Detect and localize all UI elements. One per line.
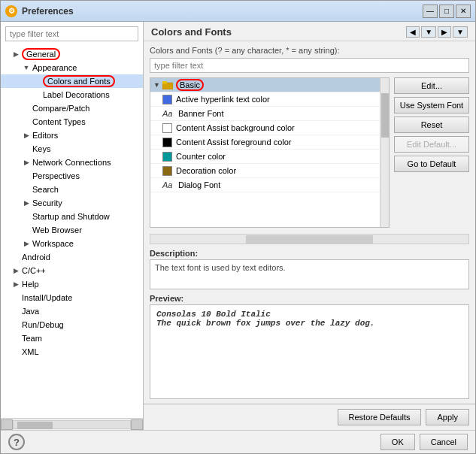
- tree-item-android[interactable]: Android: [1, 250, 143, 264]
- preview-box: Consolas 10 Bold Italic The quick brown …: [150, 304, 469, 399]
- left-filter-input[interactable]: [5, 26, 138, 41]
- expand-icon: [22, 225, 31, 235]
- tree-item-appearance[interactable]: ▼ Appearance: [1, 61, 143, 74]
- tree-item-content-types[interactable]: Content Types: [1, 115, 143, 129]
- list-item-label: Content Assist background color: [176, 123, 295, 132]
- color-swatch-counter: [162, 152, 172, 162]
- spacer: [153, 167, 161, 174]
- list-scrollbar-v[interactable]: [380, 78, 389, 227]
- font-icon: Aa: [162, 109, 176, 118]
- tree-item-network-connections[interactable]: ▶ Network Connections: [1, 156, 143, 169]
- footer: ? OK Cancel: [1, 430, 475, 453]
- right-filter-input[interactable]: [150, 58, 469, 73]
- preview-label: Preview:: [150, 294, 469, 303]
- tree-item-search[interactable]: Search: [1, 183, 143, 196]
- middle-section: ▼ Basic: [150, 77, 469, 228]
- tree-item-colors-fonts[interactable]: Colors and Fonts: [1, 74, 143, 88]
- description-label: Description:: [150, 249, 469, 258]
- help-button[interactable]: ?: [8, 434, 25, 450]
- dropdown-button[interactable]: ▼: [421, 26, 436, 38]
- expand-icon: ▶: [22, 158, 31, 167]
- list-item-label: Dialog Font: [178, 180, 220, 189]
- maximize-button[interactable]: □: [439, 5, 454, 18]
- list-scrollbar-h[interactable]: [150, 234, 469, 244]
- expand-icon: [32, 90, 41, 99]
- spacer: [153, 153, 161, 160]
- spacer: [153, 181, 161, 189]
- spacer: [153, 124, 161, 132]
- list-item-label: Content Assist foreground color: [176, 138, 291, 147]
- list-item-content-assist-bg[interactable]: Content Assist background color: [150, 121, 389, 135]
- forward-button[interactable]: ▶: [438, 26, 451, 38]
- expand-icon: ▶: [11, 266, 20, 275]
- list-item-label: Decoration color: [176, 166, 236, 175]
- tree-item-startup-shutdow[interactable]: Startup and Shutdow: [1, 210, 143, 223]
- expand-icon: [11, 347, 20, 356]
- minimize-button[interactable]: —: [423, 5, 438, 18]
- right-panel: Colors and Fonts ◀ ▼ ▶ ▼ Colors and Font…: [144, 22, 475, 430]
- expand-icon: ▶: [22, 131, 31, 140]
- tree-item-editors[interactable]: ▶ Editors: [1, 129, 143, 142]
- expand-icon: [22, 212, 31, 221]
- main-content: ▶ General ▼ Appearance Colors and Fonts …: [1, 22, 475, 430]
- ok-button[interactable]: OK: [380, 434, 415, 450]
- tree-item-run-debug[interactable]: Run/Debug: [1, 318, 143, 331]
- left-scrollbar[interactable]: [1, 418, 143, 430]
- tree-item-general[interactable]: ▶ General: [1, 47, 143, 61]
- list-item-hyperlink[interactable]: Active hyperlink text color: [150, 92, 389, 107]
- tree-view: ▶ General ▼ Appearance Colors and Fonts …: [1, 46, 143, 418]
- expand-icon: ▶: [22, 239, 31, 248]
- dropdown2-button[interactable]: ▼: [453, 26, 468, 38]
- expand-icon: ▶: [22, 198, 31, 207]
- tree-item-xml[interactable]: XML: [1, 345, 143, 359]
- tree-item-web-browser[interactable]: Web Browser: [1, 223, 143, 237]
- back-button[interactable]: ◀: [406, 26, 420, 38]
- expand-icon: ▼: [22, 63, 31, 72]
- bottom-bar: Restore Defaults Apply: [144, 404, 475, 430]
- expand-icon: [22, 117, 31, 126]
- tree-item-team[interactable]: Team: [1, 331, 143, 345]
- cancel-button[interactable]: Cancel: [420, 434, 468, 450]
- reset-button[interactable]: Reset: [394, 117, 469, 133]
- tree-item-help[interactable]: ▶ Help: [1, 277, 143, 291]
- preferences-window: ⚙ Preferences — □ ✕ ▶ General ▼ Appearan…: [0, 0, 476, 454]
- svg-rect-2: [162, 81, 167, 83]
- close-button[interactable]: ✕: [456, 5, 471, 18]
- right-body: Colors and Fonts (? = any character, * =…: [144, 41, 475, 404]
- tree-item-cplusplus[interactable]: ▶ C/C++: [1, 264, 143, 277]
- preview-section: Preview: Consolas 10 Bold Italic The qui…: [150, 294, 469, 399]
- edit-default-button[interactable]: Edit Default...: [394, 136, 469, 153]
- spacer: [153, 138, 161, 146]
- list-item-dialog-font[interactable]: Aa Dialog Font: [150, 178, 389, 192]
- tree-item-keys[interactable]: Keys: [1, 142, 143, 156]
- spacer: [153, 95, 161, 103]
- edit-button[interactable]: Edit...: [394, 77, 469, 94]
- list-item-basic[interactable]: ▼ Basic: [150, 78, 389, 92]
- go-to-default-button[interactable]: Go to Default: [394, 156, 469, 172]
- use-system-font-button[interactable]: Use System Font: [394, 97, 469, 114]
- tree-item-install-update[interactable]: Install/Update: [1, 291, 143, 304]
- filter-row: [150, 58, 469, 73]
- right-header: Colors and Fonts ◀ ▼ ▶ ▼: [144, 22, 475, 41]
- list-item-banner-font[interactable]: Aa Banner Font: [150, 107, 389, 121]
- tree-item-perspectives[interactable]: Perspectives: [1, 169, 143, 183]
- apply-button[interactable]: Apply: [426, 409, 469, 425]
- description-box: The text font is used by text editors.: [150, 259, 469, 289]
- list-item-decoration[interactable]: Decoration color: [150, 164, 389, 178]
- expand-icon: [22, 185, 31, 194]
- color-swatch-decoration: [162, 166, 172, 176]
- tree-item-compare-patch[interactable]: Compare/Patch: [1, 101, 143, 115]
- fonts-colors-list[interactable]: ▼ Basic: [150, 77, 390, 228]
- tree-item-label-decorations[interactable]: Label Decorations: [1, 88, 143, 101]
- list-item-content-assist-fg[interactable]: Content Assist foreground color: [150, 135, 389, 150]
- scrollbar-thumb: [381, 93, 389, 138]
- left-panel: ▶ General ▼ Appearance Colors and Fonts …: [1, 22, 144, 430]
- tree-item-java[interactable]: Java: [1, 304, 143, 318]
- list-item-counter[interactable]: Counter color: [150, 150, 389, 164]
- expand-icon: ▼: [153, 81, 161, 89]
- list-item-label: Banner Font: [178, 109, 224, 118]
- tree-item-workspace[interactable]: ▶ Workspace: [1, 237, 143, 250]
- tree-item-security[interactable]: ▶ Security: [1, 196, 143, 210]
- expand-icon: [22, 171, 31, 180]
- restore-defaults-button[interactable]: Restore Defaults: [338, 409, 422, 425]
